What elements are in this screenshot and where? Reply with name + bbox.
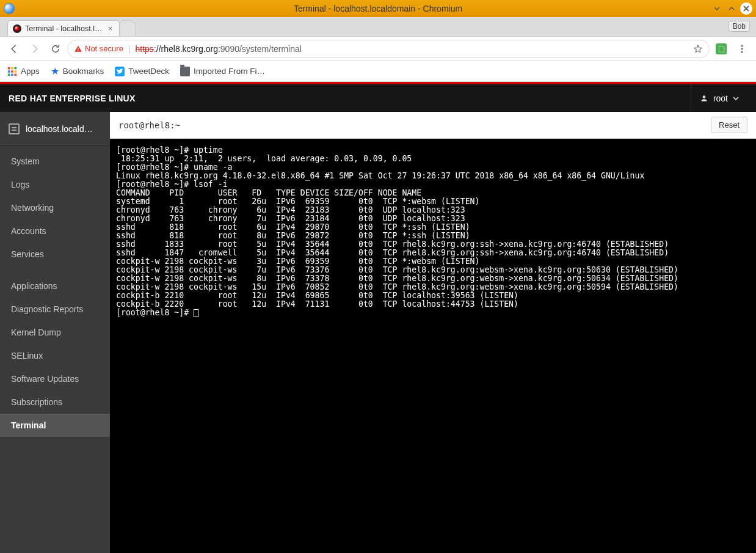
reset-button[interactable]: Reset [711,117,747,133]
not-secure-label: Not secure [85,44,123,53]
sidebar-item-applications[interactable]: Applications [0,274,110,298]
main-panel: root@rhel8:~ Reset [root@rhel8 ~]# uptim… [110,112,756,553]
sidebar-item-accounts[interactable]: Accounts [0,219,110,243]
imported-label: Imported From Fi… [194,67,265,76]
svg-point-3 [741,48,743,49]
sidebar-item-services[interactable]: Services [0,243,110,266]
page-content: RED HAT ENTERPRISE LINUX root localhost.… [0,82,756,553]
bookmarks-shortcut[interactable]: ★ Bookmarks [51,65,104,77]
sidebar: localhost.locald… SystemLogsNetworkingAc… [0,112,110,553]
chevron-down-icon [733,95,739,101]
terminal-header: root@rhel8:~ Reset [110,112,756,139]
star-icon: ★ [51,65,59,77]
svg-rect-9 [11,70,13,73]
twitter-icon [115,67,125,76]
svg-rect-5 [8,67,10,69]
brand-title: RED HAT ENTERPRISE LINUX [9,93,136,103]
back-button[interactable] [5,40,23,58]
sidebar-item-logs[interactable]: Logs [0,173,110,196]
host-selector[interactable]: localhost.locald… [0,112,110,146]
user-icon [700,94,708,103]
profile-badge[interactable]: Bob [729,21,750,32]
terminal-output[interactable]: [root@rhel8 ~]# uptime 18:25:31 up 2:11,… [110,139,756,553]
masthead: RED HAT ENTERPRISE LINUX root [0,84,756,112]
svg-rect-12 [11,73,13,76]
browser-tabstrip: Terminal - localhost.l… × Bob [0,17,756,37]
apps-label: Apps [21,67,40,76]
svg-rect-0 [78,48,78,49]
terminal-breadcrumb: root@rhel8:~ [118,120,180,130]
user-label: root [713,93,728,103]
sidebar-item-selinux[interactable]: SELinux [0,344,110,367]
kebab-menu-icon [737,44,747,54]
browser-tab[interactable]: Terminal - localhost.l… × [7,20,120,36]
tweetdeck-label: TweetDeck [128,67,169,76]
sidebar-nav: SystemLogsNetworkingAccountsServicesAppl… [0,146,110,437]
url-separator: | [128,44,131,54]
svg-rect-7 [15,67,17,69]
reload-button[interactable] [46,40,65,58]
not-secure-indicator[interactable]: Not secure [74,44,123,53]
warning-icon [74,45,82,53]
svg-rect-6 [11,67,13,69]
bookmark-star-button[interactable] [693,44,703,54]
sidebar-item-terminal[interactable]: Terminal [0,414,110,437]
tab-close-button[interactable]: × [106,24,114,33]
sidebar-item-kernel-dump[interactable]: Kernel Dump [0,321,110,344]
user-menu[interactable]: root [691,84,747,112]
window-titlebar: Terminal - localhost.localdomain - Chrom… [0,0,756,17]
host-label: localhost.locald… [26,124,93,134]
apps-grid-icon [7,67,17,76]
svg-point-14 [703,95,706,98]
sidebar-item-software-updates[interactable]: Software Updates [0,367,110,390]
svg-rect-11 [8,73,10,76]
browser-toolbar: Not secure | https://rhel8.kc9rg.org:909… [0,37,756,61]
svg-point-2 [741,45,743,46]
sidebar-item-system[interactable]: System [0,150,110,173]
tab-title: Terminal - localhost.l… [25,24,102,33]
bookmarks-bar: Apps ★ Bookmarks TweetDeck Imported From… [0,61,756,82]
new-tab-button[interactable] [120,20,136,36]
browser-menu-button[interactable] [733,40,751,58]
bookmarks-label: Bookmarks [63,67,104,76]
url-bar[interactable]: Not secure | https://rhel8.kc9rg.org:909… [67,40,710,58]
server-icon [9,123,20,134]
sidebar-item-subscriptions[interactable]: Subscriptions [0,390,110,414]
svg-point-4 [741,51,743,53]
extension-button[interactable]: ⬚ [712,40,730,58]
forward-button[interactable] [26,40,44,58]
window-title: Terminal - localhost.localdomain - Chrom… [0,4,756,13]
folder-icon [180,67,190,76]
sidebar-item-networking[interactable]: Networking [0,196,110,219]
imported-folder[interactable]: Imported From Fi… [180,67,265,76]
extension-icon: ⬚ [716,43,727,54]
url-text: https://rhel8.kc9rg.org:9090/system/term… [136,44,688,54]
tweetdeck-shortcut[interactable]: TweetDeck [115,67,169,76]
apps-shortcut[interactable]: Apps [7,67,40,76]
svg-rect-13 [15,73,17,76]
svg-rect-8 [8,70,10,73]
svg-rect-10 [15,70,17,73]
sidebar-item-diagnostic-reports[interactable]: Diagnostic Reports [0,298,110,321]
redhat-favicon-icon [13,24,21,33]
terminal-cursor [194,309,198,317]
svg-rect-1 [78,50,78,51]
